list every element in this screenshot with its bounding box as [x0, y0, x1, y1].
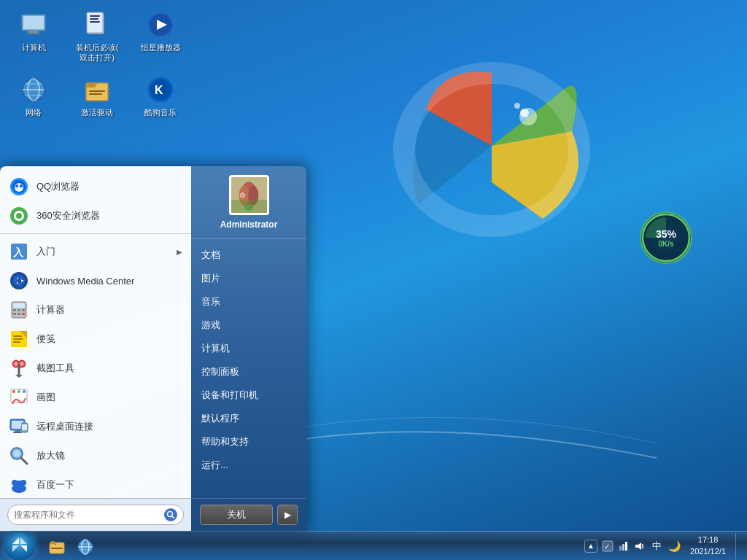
- start-item-paint[interactable]: 画图: [0, 383, 191, 412]
- right-item-pics[interactable]: 图片: [191, 267, 306, 290]
- search-input[interactable]: [14, 510, 160, 520]
- desktop-icons: 计算机 装机后必读(双击打开: [7, 7, 187, 120]
- ime-indicator[interactable]: 中: [650, 540, 664, 553]
- svg-rect-72: [13, 432, 22, 433]
- start-item-baidu[interactable]: 百度一下: [0, 470, 191, 498]
- computer-label: 计算机: [22, 42, 46, 52]
- search-box[interactable]: [7, 505, 184, 525]
- svg-point-45: [17, 279, 21, 283]
- taskbar-explorer[interactable]: [43, 534, 69, 558]
- svg-rect-58: [13, 341, 20, 343]
- windows-logo: [382, 36, 601, 255]
- start-item-qq[interactable]: QQ浏览器: [0, 172, 191, 201]
- desktop: 计算机 装机后必读(双击打开: [0, 0, 747, 560]
- svg-point-61: [15, 362, 18, 366]
- shutdown-arrow-button[interactable]: ▶: [277, 505, 298, 525]
- start-item-magnify[interactable]: 放大镜: [0, 441, 191, 470]
- svg-line-85: [172, 516, 174, 518]
- snip-label: 截图工具: [36, 362, 182, 375]
- svg-point-68: [23, 390, 26, 393]
- right-item-computer[interactable]: 计算机: [191, 337, 306, 360]
- tray-expand-button[interactable]: ▲: [584, 540, 597, 553]
- tray-notification-icon[interactable]: ✓: [601, 540, 614, 553]
- right-item-run[interactable]: 运行...: [191, 454, 306, 477]
- right-item-games[interactable]: 游戏: [191, 314, 306, 337]
- tray-moon-icon[interactable]: 🌙: [667, 540, 681, 553]
- start-menu-items: QQ浏览器 360安全浏览器: [0, 166, 191, 498]
- magnify-label: 放大镜: [36, 449, 182, 462]
- player-label: 恒星播放器: [141, 42, 181, 52]
- desktop-icon-setup[interactable]: 装机后必读(双击打开): [71, 7, 123, 66]
- svg-point-77: [13, 450, 20, 457]
- right-item-defaults[interactable]: 默认程序: [191, 407, 306, 430]
- svg-rect-57: [13, 338, 23, 340]
- clock[interactable]: 17:18 2021/12/1: [684, 534, 732, 557]
- net-meter-widget[interactable]: 35% 0K/s: [640, 211, 692, 264]
- svg-marker-106: [635, 542, 641, 550]
- clock-date: 2021/12/1: [690, 546, 726, 557]
- right-item-music[interactable]: 音乐: [191, 290, 306, 314]
- svg-rect-71: [15, 430, 20, 432]
- svg-rect-105: [625, 542, 627, 551]
- desktop-icon-row-1: 计算机 装机后必读(双击打开: [7, 7, 187, 66]
- svg-rect-14: [90, 15, 100, 17]
- taskbar: ▲ ✓: [0, 531, 747, 560]
- start-item-calc[interactable]: 计算器: [0, 295, 191, 324]
- desktop-icon-computer[interactable]: 计算机: [7, 7, 60, 66]
- desktop-icon-row-2: 网络 激活驱动: [7, 72, 187, 120]
- shutdown-button[interactable]: 关机: [200, 505, 273, 525]
- clock-time: 17:18: [698, 534, 719, 545]
- rdp-icon: [9, 416, 29, 437]
- right-item-controlpanel[interactable]: 控制面板: [191, 360, 306, 384]
- tray-network-icon[interactable]: [617, 540, 630, 553]
- start-item-wmc[interactable]: Windows Media Center: [0, 266, 191, 295]
- net-percent: 35%: [656, 228, 676, 240]
- desktop-icon-music[interactable]: K 酷狗音乐: [134, 72, 187, 120]
- rdp-label: 远程桌面连接: [36, 420, 182, 433]
- paint-icon: [9, 387, 29, 408]
- tray-volume-icon[interactable]: [633, 540, 646, 553]
- desktop-icon-network[interactable]: 网络: [7, 72, 60, 120]
- svg-rect-5: [23, 16, 44, 29]
- svg-rect-7: [26, 33, 41, 34]
- 360-browser-label: 360安全浏览器: [36, 209, 182, 222]
- desktop-icon-player[interactable]: 恒星播放器: [134, 7, 187, 66]
- wmc-label: Windows Media Center: [36, 276, 182, 287]
- svg-point-62: [20, 362, 24, 366]
- intro-icon: 入: [9, 241, 29, 262]
- music-label: 酷狗音乐: [144, 107, 177, 117]
- svg-point-82: [15, 481, 23, 488]
- computer-icon: [19, 10, 48, 39]
- svg-text:入: 入: [12, 246, 24, 258]
- start-item-snip[interactable]: 截图工具: [0, 354, 191, 383]
- start-item-360[interactable]: 360安全浏览器: [0, 201, 191, 230]
- start-button[interactable]: [0, 532, 39, 561]
- svg-rect-16: [90, 21, 100, 23]
- driver-icon: [82, 75, 112, 104]
- show-desktop-button[interactable]: [735, 533, 741, 559]
- taskbar-ie[interactable]: [71, 534, 98, 558]
- svg-rect-52: [18, 313, 20, 315]
- svg-line-78: [21, 458, 27, 464]
- desktop-icon-driver[interactable]: 激活驱动: [71, 72, 123, 120]
- start-item-intro[interactable]: 入 入门 ▶: [0, 237, 191, 266]
- baidu-icon: [9, 475, 29, 495]
- svg-text:🌸: 🌸: [239, 192, 245, 198]
- svg-point-39: [16, 213, 22, 219]
- music-icon: K: [146, 75, 175, 104]
- right-item-devices[interactable]: 设备和打印机: [191, 384, 306, 407]
- svg-point-35: [15, 184, 18, 187]
- qq-browser-icon: [9, 176, 29, 197]
- svg-point-67: [18, 390, 20, 393]
- start-orb[interactable]: [4, 529, 36, 561]
- sticky-label: 便笺: [36, 332, 182, 346]
- svg-text:✓: ✓: [604, 542, 610, 551]
- right-item-help[interactable]: 帮助和支持: [191, 430, 306, 454]
- search-button[interactable]: [164, 508, 177, 521]
- right-item-docs[interactable]: 文档: [191, 244, 306, 267]
- svg-rect-56: [13, 335, 22, 337]
- user-avatar[interactable]: 🌸: [229, 175, 269, 215]
- net-speed: 0K/s: [658, 240, 673, 248]
- start-item-rdp[interactable]: 远程桌面连接: [0, 412, 191, 441]
- start-item-sticky[interactable]: 便笺: [0, 324, 191, 354]
